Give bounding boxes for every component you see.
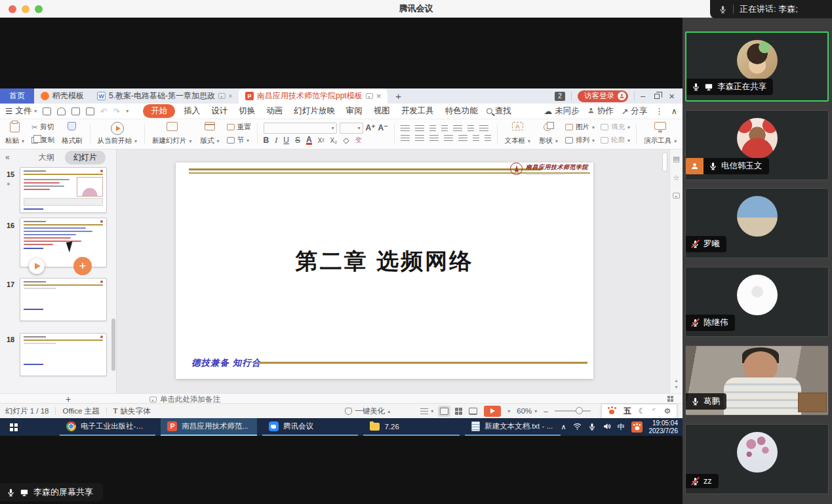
close-window-button[interactable]	[9, 5, 16, 13]
slideshow-dropdown-icon[interactable]: ▾	[507, 408, 510, 414]
pinyin-guide-button[interactable]: 变	[355, 136, 361, 145]
strikethrough-button[interactable]: S	[295, 136, 300, 145]
participant-tile-zz[interactable]: zz	[685, 424, 829, 494]
columns-icon[interactable]	[479, 125, 488, 132]
participant-tile-gepeng[interactable]: 葛鹏	[685, 345, 829, 416]
menu-tab-animation[interactable]: 动画	[264, 106, 285, 117]
increase-indent-icon[interactable]	[441, 125, 448, 132]
tray-expand-icon[interactable]: ∧	[561, 423, 566, 431]
distribute-icon[interactable]	[458, 135, 467, 142]
collapse-panel-button[interactable]: «	[5, 153, 10, 162]
collaborate-button[interactable]: 协作	[587, 106, 614, 117]
participant-tile-chenjiwei[interactable]: 陈继伟	[685, 267, 829, 337]
superscript-button[interactable]: X²	[318, 137, 325, 144]
slide-canvas[interactable]: 南昌应用技术师范学院 第二章 选频网络 德技兼备 知行合一	[117, 149, 669, 393]
play-from-current-button[interactable]: 从当前开始▾	[96, 121, 139, 147]
align-left-icon[interactable]	[401, 135, 410, 142]
subscript-button[interactable]: X₂	[330, 137, 338, 144]
reset-button[interactable]: 重置	[227, 123, 251, 132]
present-tools-button[interactable]: 演示工具▾	[643, 121, 678, 147]
fill-button[interactable]: 填充▾	[601, 123, 630, 132]
picture-button[interactable]: 图片▾	[565, 123, 595, 132]
cut-button[interactable]: ✂剪切	[31, 123, 54, 132]
align-text-icon[interactable]	[467, 125, 474, 132]
star-icon[interactable]: ☆	[673, 174, 680, 182]
taskbar-clock[interactable]: 19:05:04 2023/7/26	[649, 419, 679, 435]
canvas-scrollbar[interactable]	[662, 152, 667, 172]
save-icon[interactable]	[43, 107, 51, 115]
zoom-out-button[interactable]: –	[544, 407, 547, 415]
restore-button[interactable]	[654, 94, 660, 99]
menu-tab-transition[interactable]: 切换	[236, 106, 258, 117]
taskbar-item-meeting[interactable]: 腾讯会议	[262, 418, 358, 436]
layout-button[interactable]: 版式▾	[199, 121, 221, 147]
ime-logo-icon[interactable]	[608, 407, 616, 415]
new-slide-button[interactable]: 新建幻灯片▾	[151, 121, 193, 147]
tab-document-1[interactable]: W 5.教案-电路基础-第一章加思政	[90, 88, 239, 104]
text-direction-icon[interactable]	[453, 125, 462, 132]
paste-button[interactable]: 粘贴▾	[4, 121, 26, 147]
file-menu[interactable]: ☰ 文件 ▾	[5, 106, 37, 117]
minimize-window-button[interactable]	[22, 5, 30, 13]
decrease-font-button[interactable]: A⁻	[378, 123, 388, 132]
tab-outline[interactable]: 大纲	[39, 152, 54, 163]
night-mode-icon[interactable]: ☾	[639, 406, 645, 416]
decrease-indent-icon[interactable]	[429, 125, 436, 132]
print-preview-icon[interactable]	[86, 107, 94, 115]
start-button[interactable]	[0, 423, 28, 431]
section-button[interactable]: 节▾	[227, 136, 251, 145]
zoom-slider-handle[interactable]	[576, 407, 583, 414]
slide-sorter-view-button[interactable]	[455, 408, 462, 415]
panel-scrollbar[interactable]	[111, 319, 115, 371]
notification-badge[interactable]: 2	[555, 92, 565, 101]
mic-icon[interactable]	[588, 421, 596, 433]
outline-button[interactable]: 轮廓▾	[601, 136, 630, 145]
ime-symbols-icon[interactable]: °˙	[652, 408, 657, 414]
grid-view-icon[interactable]	[667, 396, 673, 402]
align-center-icon[interactable]	[415, 135, 424, 142]
minimize-button[interactable]: –	[641, 91, 645, 101]
ime-wubi-toggle[interactable]: 五	[624, 406, 631, 417]
notes-placeholder-row[interactable]: 单击此处添加备注	[149, 395, 220, 404]
taskbar-item-wps[interactable]: P 南昌应用技术师范...	[161, 418, 256, 436]
ime-tray-icon[interactable]	[631, 421, 643, 433]
numbered-list-icon[interactable]	[415, 125, 424, 132]
ime-settings-icon[interactable]: ⚙	[664, 406, 671, 416]
clear-format-button[interactable]: ◇	[343, 136, 349, 145]
tab-slides[interactable]: 幻灯片	[65, 151, 106, 165]
tab-docer[interactable]: 稻壳模板	[34, 88, 90, 104]
volume-icon[interactable]	[603, 421, 611, 433]
close-button[interactable]: ×	[669, 90, 675, 102]
close-tab-icon[interactable]: ×	[376, 91, 382, 101]
menu-tab-design[interactable]: 设计	[208, 106, 230, 117]
align-right-icon[interactable]	[429, 135, 439, 142]
slide-title[interactable]: 第二章 选频网络	[176, 246, 593, 277]
prev-slide-icon[interactable]: ▲	[674, 378, 679, 383]
tab-document-2-active[interactable]: P 南昌应用技术师范学院ppt模板 ×	[239, 88, 387, 104]
theme-name[interactable]: Office 主题	[62, 406, 99, 416]
wifi-icon[interactable]	[573, 421, 582, 433]
add-slide-button[interactable]: +	[66, 394, 71, 404]
sync-status[interactable]: ☁ 未同步	[544, 106, 580, 117]
current-slide[interactable]: 南昌应用技术师范学院 第二章 选频网络 德技兼备 知行合一	[176, 163, 593, 379]
missing-font-warning[interactable]: T 缺失字体	[113, 406, 151, 416]
taskbar-item-notepad[interactable]: 新建文本文档.txt - ...	[465, 418, 561, 436]
guest-login-button[interactable]: 访客登录	[578, 90, 628, 102]
copy-button[interactable]: 复制	[31, 136, 54, 145]
input-language[interactable]: 中	[618, 422, 625, 432]
slide-thumbnail-18[interactable]	[20, 333, 107, 376]
shapes-button[interactable]: 形状▾	[538, 121, 559, 147]
menu-tab-features[interactable]: 特色功能	[443, 106, 481, 117]
font-family-select[interactable]: ▾	[264, 123, 337, 134]
redo-icon[interactable]: ↷	[113, 106, 120, 116]
arrange-button[interactable]: 排列▾	[565, 136, 595, 145]
zoom-window-button[interactable]	[35, 5, 43, 13]
format-painter-button[interactable]: 格式刷	[60, 121, 84, 147]
taskbar-item-browser[interactable]: 电子工业出版社-网...	[60, 418, 155, 436]
textbox-button[interactable]: A 文本框▾	[504, 121, 532, 147]
add-slide-overlay-button[interactable]: +	[73, 257, 92, 275]
participant-tile-lisen[interactable]: 李森正在共享	[685, 31, 829, 102]
zoom-level[interactable]: 60% ▾	[517, 407, 537, 415]
reading-view-button[interactable]	[469, 408, 477, 415]
menu-tab-devtools[interactable]: 开发工具	[399, 106, 437, 117]
